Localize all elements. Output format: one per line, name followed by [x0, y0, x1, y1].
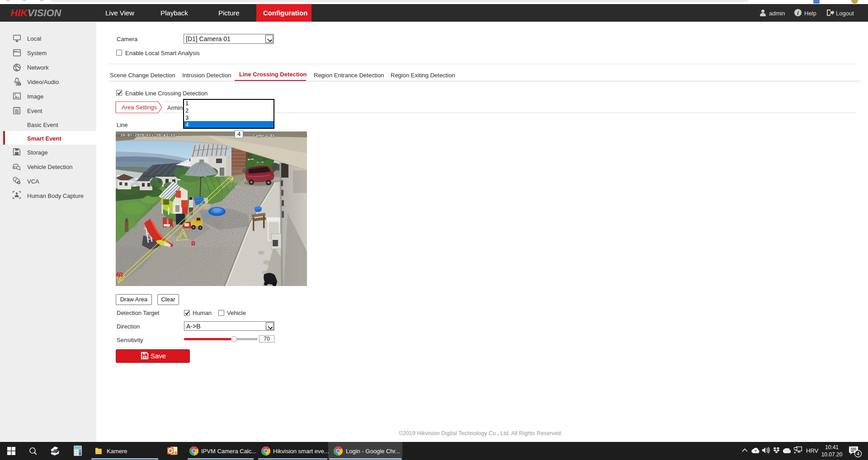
- svg-text:Camera 01: Camera 01: [253, 134, 275, 138]
- svg-text:Area Settings: Area Settings: [122, 104, 157, 111]
- svg-text:B: B: [191, 240, 195, 247]
- svg-text:10-07-2020 Fri 10:43:11: 10-07-2020 Fri 10:43:11: [120, 133, 175, 138]
- svg-text:A: A: [170, 222, 174, 229]
- svg-text:4: 4: [857, 451, 860, 456]
- svg-text:I4B: I4B: [116, 271, 123, 278]
